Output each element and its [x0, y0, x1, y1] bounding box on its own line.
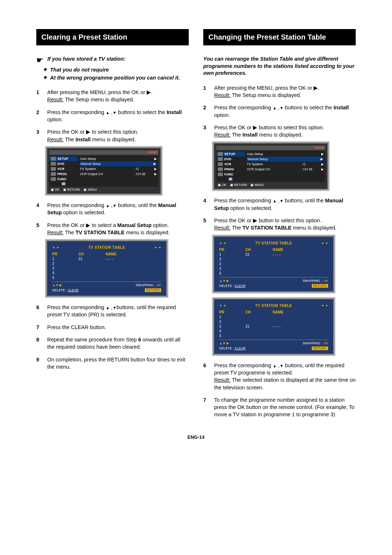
step-number: 8 [36, 336, 42, 351]
left-title: Clearing a Preset Station [36, 29, 189, 45]
step-number: 4 [36, 202, 42, 216]
tv-station-table-screenshot: ✦ ✦TV STATION TABLE✦ ✦ PRCHNAME 121- - -… [47, 241, 166, 296]
step-number: 4 [203, 197, 209, 212]
tv-station-table-screenshot: ✦ ✦TV STATION TABLE✦ ✦ PRCHNAME 121- - -… [214, 237, 333, 291]
step-number: 2 [203, 104, 209, 119]
intro-bullet: That you do not require [50, 66, 189, 74]
pointer-icon: ☛ [36, 56, 44, 65]
step-text: On completion, press the RETURN button f… [47, 356, 189, 371]
right-intro: You can rearrange the Station Table and … [203, 56, 356, 77]
osd-foot-item: OK [51, 188, 60, 191]
step-text: Press the corresponding ▲ ,▼ buttons, un… [214, 362, 356, 391]
osd-tab: PROG [49, 171, 78, 177]
step-number: 3 [203, 124, 209, 139]
intro-bullet: At the wrong programme position you can … [50, 74, 189, 82]
step-text: Press the CLEAR button. [47, 324, 106, 331]
step-text: Press the corresponding ▲ ,▼ buttons, un… [214, 197, 356, 212]
step-number: 5 [36, 222, 42, 236]
step-number: 7 [203, 396, 209, 418]
page-number: ENG-14 [36, 434, 356, 440]
step-text: After pressing the MENU, press the OK or… [214, 84, 319, 99]
step-text: Press the OK or ▶ button to select this … [214, 217, 336, 232]
step-number: 6 [36, 304, 42, 319]
osd-tab: VCR [49, 166, 78, 171]
osd-corner-label: Install [147, 150, 157, 154]
left-intro: ☛ If you have stored a TV station: That … [36, 56, 189, 81]
step-text: After pressing the MENU, press the OK or… [47, 89, 152, 104]
step-number: 1 [203, 84, 209, 99]
step-text: Press the OK or ▶ to select this option.… [47, 128, 138, 143]
step-text: To change the programme number assigned … [214, 396, 356, 418]
step-text: Press the corresponding ▲ ,▼ buttons to … [47, 109, 189, 123]
manual-page: Clearing a Preset Station ☛ If you have … [0, 0, 392, 462]
left-steps: 1After pressing the MENU, press the OK o… [36, 89, 189, 143]
osd-foot-item: MENU [83, 188, 97, 191]
left-column: Clearing a Preset Station ☛ If you have … [36, 29, 189, 424]
step-number: 7 [36, 324, 42, 331]
step-text: Press the corresponding ▲ ,▼ buttons to … [214, 104, 356, 119]
step-number: 9 [36, 356, 42, 371]
right-column: Changing the Preset Station Table You ca… [203, 29, 356, 424]
tv-station-table-screenshot: ✦ ✦TV STATION TABLE✦ ✦ PRCHNAME 1 2 321-… [214, 299, 333, 354]
step-text: Press the OK or ▶ to select a Manual Set… [47, 222, 170, 236]
intro-lead: If you have stored a TV station: [47, 56, 125, 62]
osd-install-screenshot: Install SETUP DVD VCR PROG FUNC Auto Set… [47, 148, 160, 194]
step-number: 3 [36, 128, 42, 143]
osd-tab: SETUP [49, 156, 78, 161]
step-number: 5 [203, 217, 209, 232]
step-number: 1 [36, 89, 42, 104]
step-text: Press the corresponding ▲ ,▼ buttons, un… [47, 202, 189, 216]
step-text: Press the OK or ▶ buttons to select this… [214, 124, 324, 139]
step-number: 6 [203, 362, 209, 391]
osd-install-screenshot: Install SETUP DVD VCR PROG FUNC Auto Set… [214, 143, 327, 189]
step-text: Repeat the same procedure from Step 6 on… [47, 336, 189, 351]
step-number: 2 [36, 109, 42, 123]
osd-tab: FUNC [49, 177, 78, 182]
right-title: Changing the Preset Station Table [203, 29, 356, 45]
step-text: Press the corresponding ▲ ,▼buttons, unt… [47, 304, 189, 319]
osd-foot-item: RETURN [63, 188, 80, 191]
osd-tab: DVD [49, 161, 78, 166]
